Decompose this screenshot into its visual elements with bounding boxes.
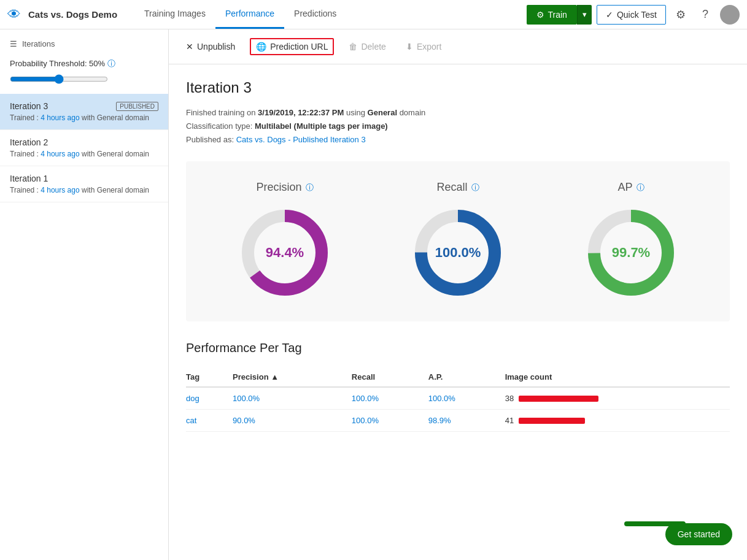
precision-dog: 100.0% [233, 387, 352, 410]
published-badge: PUBLISHED [116, 102, 158, 111]
help-button[interactable]: ? [695, 5, 715, 25]
train-dropdown-button[interactable]: ▾ [577, 5, 592, 25]
training-date: 3/19/2019, 12:22:37 PM [258, 108, 344, 117]
col-tag: Tag [186, 367, 233, 387]
ap-dog: 100.0% [428, 387, 505, 410]
unpublish-button[interactable]: ✕ Unpublish [181, 39, 240, 54]
unpublish-x-icon: ✕ [186, 42, 193, 52]
tab-training-images[interactable]: Training Images [134, 0, 215, 29]
tag-cat: cat [186, 410, 233, 432]
unpublish-label: Unpublish [197, 42, 235, 52]
recall-donut: 100.0% [409, 204, 507, 302]
recall-card: Recall ⓘ 100.0% [409, 181, 507, 302]
settings-button[interactable]: ⚙ [671, 5, 691, 25]
tab-performance[interactable]: Performance [215, 0, 284, 29]
iterations-section: ☰ Iterations [0, 39, 168, 53]
ap-value: 99.7% [612, 245, 650, 261]
image-count-dog: 38 [505, 387, 730, 410]
header-right: ⚙ Train ▾ ✓ Quick Test ⚙ ? [527, 5, 740, 25]
main-layout: ☰ Iterations Probability Threshold: 50% … [0, 29, 747, 560]
iterations-label: Iterations [22, 39, 55, 48]
col-ap: A.P. [428, 367, 505, 387]
col-image-count: Image count [505, 367, 730, 387]
precision-card: Precision ⓘ 94.4% [236, 181, 334, 302]
avatar [720, 5, 740, 25]
slider-container [10, 74, 158, 84]
prob-threshold-label: Probability Threshold: 50% ⓘ [10, 58, 158, 69]
iteration-3-time-link[interactable]: 4 hours ago [41, 113, 79, 122]
header: 👁 Cats vs. Dogs Demo Training Images Per… [0, 0, 747, 29]
content-area: Iteration 3 Finished training on 3/19/20… [169, 64, 747, 447]
ap-cat: 98.9% [428, 410, 505, 432]
col-recall: Recall [352, 367, 428, 387]
sidebar: ☰ Iterations Probability Threshold: 50% … [0, 29, 169, 560]
bar-cell-cat: 41 [505, 416, 722, 425]
logo-icon: 👁 [7, 7, 21, 23]
iteration-1-header: Iteration 1 [10, 174, 158, 183]
iteration-item-1[interactable]: Iteration 1 Trained : 4 hours ago with G… [0, 166, 168, 202]
prediction-url-button[interactable]: 🌐 Prediction URL [250, 38, 334, 55]
prob-threshold-section: Probability Threshold: 50% ⓘ [0, 53, 168, 94]
precision-donut: 94.4% [236, 204, 334, 302]
published-as-link[interactable]: Cats vs. Dogs - Published Iteration 3 [236, 135, 366, 144]
delete-button[interactable]: 🗑 Delete [344, 39, 390, 54]
check-icon: ✓ [606, 10, 613, 20]
info-line-3: Published as: Cats vs. Dogs - Published … [186, 133, 730, 147]
info-line-2: Classification type: Multilabel (Multipl… [186, 120, 730, 133]
precision-cat: 90.0% [233, 410, 352, 432]
ap-card: AP ⓘ 99.7% [582, 181, 680, 302]
iteration-1-name: Iteration 1 [10, 174, 48, 183]
prediction-url-label: Prediction URL [270, 42, 328, 52]
domain-name: General [368, 108, 397, 117]
ap-label: AP ⓘ [617, 181, 644, 194]
iterations-icon: ☰ [10, 39, 17, 48]
probability-slider[interactable] [10, 74, 108, 84]
iteration-2-time-link[interactable]: 4 hours ago [41, 150, 79, 158]
metrics-container: Precision ⓘ 94.4% Recall [186, 161, 730, 321]
iteration-info: Finished training on 3/19/2019, 12:22:37… [186, 106, 730, 147]
sort-asc-icon: ▲ [271, 372, 279, 382]
precision-info-icon[interactable]: ⓘ [306, 182, 314, 193]
recall-dog: 100.0% [352, 387, 428, 410]
delete-label: Delete [361, 42, 385, 52]
iteration-1-time-link[interactable]: 4 hours ago [41, 186, 79, 194]
precision-value: 94.4% [266, 245, 304, 261]
export-label: Export [417, 42, 441, 52]
per-tag-title: Performance Per Tag [186, 341, 730, 355]
bar-cat [519, 418, 585, 424]
tag-dog: dog [186, 387, 233, 410]
toolbar: ✕ Unpublish 🌐 Prediction URL 🗑 Delete ⬇ … [169, 29, 747, 64]
recall-info-icon[interactable]: ⓘ [471, 182, 479, 193]
dog-link[interactable]: dog [186, 394, 199, 403]
per-tag-table: Tag Precision ▲ Recall A.P. Image count … [186, 367, 730, 432]
recall-value: 100.0% [435, 245, 481, 261]
get-started-button[interactable]: Get started [665, 523, 732, 545]
get-started-label: Get started [678, 529, 720, 539]
content-panel: ✕ Unpublish 🌐 Prediction URL 🗑 Delete ⬇ … [169, 29, 747, 560]
train-button[interactable]: ⚙ Train [527, 5, 577, 25]
recall-cat: 100.0% [352, 410, 428, 432]
quick-test-button[interactable]: ✓ Quick Test [597, 5, 666, 25]
train-gear-icon: ⚙ [536, 10, 544, 20]
iteration-1-meta: Trained : 4 hours ago with General domai… [10, 186, 158, 194]
prediction-url-globe-icon: 🌐 [256, 42, 266, 52]
tab-predictions[interactable]: Predictions [284, 0, 346, 29]
train-label: Train [548, 10, 567, 20]
table-header-row: Tag Precision ▲ Recall A.P. Image count [186, 367, 730, 387]
iteration-2-header: Iteration 2 [10, 137, 158, 147]
col-precision[interactable]: Precision ▲ [233, 367, 352, 387]
iteration-3-meta: Trained : 4 hours ago with General domai… [10, 113, 158, 122]
table-row-cat: cat 90.0% 100.0% 98.9% 41 [186, 410, 730, 432]
export-button[interactable]: ⬇ Export [401, 39, 446, 54]
image-count-cat: 41 [505, 410, 730, 432]
ap-info-icon[interactable]: ⓘ [637, 182, 644, 193]
iteration-title: Iteration 3 [186, 79, 730, 96]
cat-link[interactable]: cat [186, 416, 196, 425]
iteration-item-3[interactable]: Iteration 3 PUBLISHED Trained : 4 hours … [0, 94, 168, 130]
delete-trash-icon: 🗑 [349, 42, 357, 52]
ap-donut: 99.7% [582, 204, 680, 302]
iteration-item-2[interactable]: Iteration 2 Trained : 4 hours ago with G… [0, 130, 168, 166]
iteration-2-name: Iteration 2 [10, 137, 48, 147]
recall-label: Recall ⓘ [436, 181, 479, 194]
prob-info-icon[interactable]: ⓘ [107, 59, 115, 68]
